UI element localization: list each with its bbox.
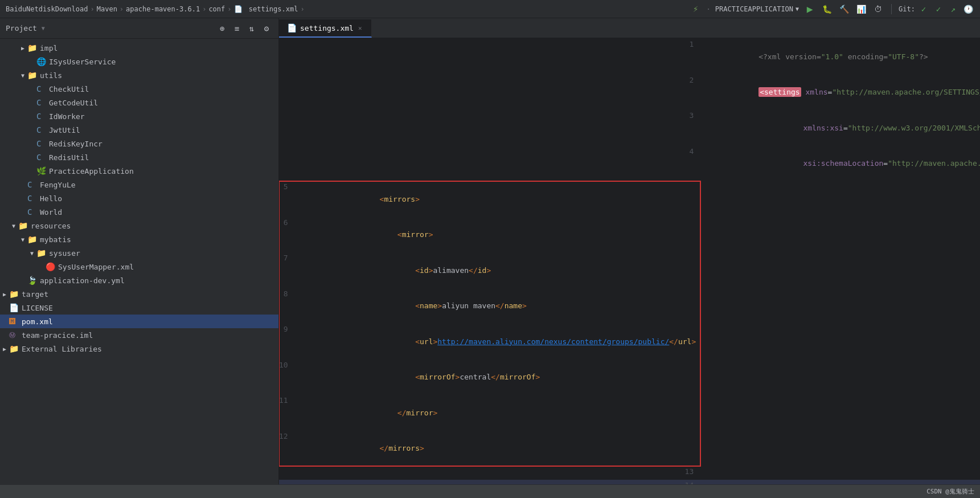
tree-item-extlibs[interactable]: ▶ 📁 External Libraries — [0, 342, 278, 356]
tree-item-license[interactable]: 📄 LICENSE — [0, 301, 278, 315]
line-content-13 — [700, 466, 980, 480]
run-config-dropdown-icon[interactable]: ▼ — [796, 6, 799, 12]
tree-item-idworker[interactable]: C IdWorker — [0, 109, 278, 123]
line-num-4: 4 — [279, 146, 700, 182]
tab-bar: 📄 settings.xml ✕ — [279, 18, 980, 39]
debug-button[interactable]: 🐛 — [821, 3, 833, 15]
tree-item-redisutil[interactable]: C RedisUtil — [0, 150, 278, 164]
editor-area: 📄 settings.xml ✕ 1 <?xml version="1.0" e… — [279, 18, 980, 484]
folder-icon-mybatis: 📁 — [27, 235, 38, 244]
java-app-icon-practiceapp: 🌿 — [36, 166, 47, 175]
tree-label-license: LICENSE — [22, 304, 53, 312]
tree-label-hello: Hello — [40, 194, 62, 203]
coverage-button[interactable]: ⏱ — [872, 3, 884, 15]
code-line-4: 4 xsi:schemaLocation="http://maven.apach… — [279, 146, 980, 182]
tree-item-getcodeutil[interactable]: C GetCodeUtil — [0, 96, 278, 109]
line-num-10: 10 — [279, 360, 295, 395]
collapse-all-button[interactable]: ≡ — [231, 22, 243, 35]
navigate-button[interactable]: ⚡ — [690, 3, 702, 15]
breadcrumb-sep-2: › — [120, 5, 124, 13]
tab-xml-icon: 📄 — [287, 23, 297, 32]
line-content-1: <?xml version="1.0" encoding="UTF-8"?> — [700, 39, 980, 75]
tree-item-mybatis[interactable]: ▼ 📁 mybatis — [0, 232, 278, 246]
breadcrumb-item-2[interactable]: Maven — [97, 5, 117, 13]
tree-item-target[interactable]: ▶ 📁 target — [0, 287, 278, 301]
line-content-8: <name>aliyun maven</name> — [295, 288, 701, 324]
line-content-10: <mirrorOf>central</mirrorOf> — [295, 360, 701, 395]
tree-item-jwtutil[interactable]: C JwtUtil — [0, 123, 278, 137]
tree-item-hello[interactable]: C Hello — [0, 191, 278, 205]
git-checkmark-1[interactable]: ✓ — [917, 3, 930, 15]
line-content-9: <url>http://maven.aliyun.com/nexus/conte… — [295, 324, 701, 360]
line-num-12: 12 — [279, 431, 295, 467]
profile-button[interactable]: 📊 — [855, 3, 867, 15]
tree-item-pomxml[interactable]: 🅼 pom.xml — [0, 315, 278, 328]
run-configuration[interactable]: PRACTICEAPPLICATION ▼ — [715, 5, 799, 13]
tab-close-button[interactable]: ✕ — [357, 23, 363, 33]
git-history-button[interactable]: 🕐 — [962, 3, 974, 15]
git-push-button[interactable]: ↗ — [947, 3, 960, 15]
line-content-7: <id>alimaven</id> — [295, 252, 701, 288]
breadcrumb-item-4[interactable]: conf — [208, 5, 225, 13]
main-layout: Project ▼ ⊕ ≡ ⇅ ⚙ ▶ 📁 impl 🌐 ISy — [0, 18, 980, 484]
java-icon-hello: C — [27, 194, 38, 203]
tree-item-isysuserservice[interactable]: 🌐 ISysUserService — [0, 55, 278, 68]
breadcrumb-item-1[interactable]: BaiduNetdiskDownload — [6, 5, 88, 13]
locate-file-button[interactable]: ⊕ — [216, 22, 228, 35]
folder-icon-sysuser: 📁 — [36, 248, 47, 258]
line-content-6: <mirror> — [295, 217, 701, 253]
project-dropdown-icon[interactable]: ▼ — [42, 25, 45, 31]
line-num-14: 14 — [279, 480, 700, 485]
sidebar-tree: ▶ 📁 impl 🌐 ISysUserService ▼ 📁 utils — [0, 39, 278, 484]
breadcrumb-item-file: 📄 settings.xml — [234, 5, 298, 13]
tree-item-utils[interactable]: ▼ 📁 utils — [0, 68, 278, 82]
tree-label-rediskeyincr: RedisKeyIncr — [49, 140, 102, 148]
line-num-1: 1 — [279, 39, 700, 75]
arrow-utils: ▼ — [18, 72, 27, 79]
code-line-1: 1 <?xml version="1.0" encoding="UTF-8"?> — [279, 39, 980, 75]
tree-label-getcodeutil: GetCodeUtil — [49, 99, 98, 107]
tree-label-resources: resources — [31, 222, 71, 230]
arrow-impl: ▶ — [18, 45, 27, 51]
tree-item-sysuser[interactable]: ▼ 📁 sysuser — [0, 246, 278, 260]
tree-item-teamiml[interactable]: Ⓜ team-pracice.iml — [0, 328, 278, 342]
sidebar: Project ▼ ⊕ ≡ ⇅ ⚙ ▶ 📁 impl 🌐 ISy — [0, 18, 279, 484]
code-editor[interactable]: 1 <?xml version="1.0" encoding="UTF-8"?>… — [279, 39, 980, 484]
breadcrumb: BaiduNetdiskDownload › Maven › apache-ma… — [6, 5, 305, 13]
line-num-6: 6 — [279, 217, 295, 253]
tree-item-impl[interactable]: ▶ 📁 impl — [0, 41, 278, 55]
sort-button[interactable]: ⇅ — [245, 22, 258, 35]
tree-item-world[interactable]: C World — [0, 205, 278, 219]
tree-item-resources[interactable]: ▼ 📁 resources — [0, 219, 278, 232]
top-right-toolbar: ⚡ · PRACTICEAPPLICATION ▼ ▶ 🐛 🔨 📊 ⏱ Git:… — [690, 3, 974, 15]
tree-item-appdevyml[interactable]: 🍃 application-dev.yml — [0, 274, 278, 287]
yaml-icon-appdev: 🍃 — [27, 276, 38, 285]
code-line-2: 2 <settings xmlns="http://maven.apache.o… — [279, 75, 980, 111]
git-checkmark-2[interactable]: ✓ — [932, 3, 945, 15]
tree-item-checkutil[interactable]: C CheckUtil — [0, 82, 278, 96]
line-content-4: xsi:schemaLocation="http://maven.apache.… — [700, 146, 980, 182]
folder-icon-extlibs: 📁 — [9, 344, 19, 353]
breadcrumb-item-3[interactable]: apache-maven-3.6.1 — [126, 5, 200, 13]
settings-button[interactable]: ⚙ — [260, 22, 273, 35]
tree-item-practiceapp[interactable]: 🌿 PracticeApplication — [0, 164, 278, 178]
breadcrumb-sep-3: › — [202, 5, 206, 13]
tree-item-rediskeyincr[interactable]: C RedisKeyIncr — [0, 137, 278, 150]
code-line-13: 13 — [279, 466, 980, 480]
java-icon-rediskeyincr: C — [36, 139, 47, 148]
tab-settings-xml[interactable]: 📄 settings.xml ✕ — [279, 19, 372, 38]
line-content-12: </mirrors> — [295, 431, 701, 467]
run-config-label: PRACTICEAPPLICATION — [715, 5, 793, 13]
code-line-3: 3 xmlns:xsi="http://www.w3.org/2001/XMLS… — [279, 110, 980, 146]
tree-item-sysusermapper[interactable]: 🔴 SysUserMapper.xml — [0, 260, 278, 274]
code-line-9: 9 <url>http://maven.aliyun.com/nexus/con… — [279, 324, 700, 360]
tree-item-fengyule[interactable]: C FengYuLe — [0, 178, 278, 191]
build-button[interactable]: 🔨 — [838, 3, 850, 15]
iml-icon: Ⓜ — [9, 331, 19, 340]
java-icon-jwtutil: C — [36, 125, 47, 134]
run-button[interactable]: ▶ — [803, 3, 816, 15]
code-line-5: 5 <mirrors> — [279, 181, 700, 217]
java-icon-redisutil: C — [36, 153, 47, 162]
highlighted-region: 5 <mirrors> 6 <mirror> — [279, 181, 700, 466]
breadcrumb-file-icon: 📄 — [234, 5, 243, 13]
